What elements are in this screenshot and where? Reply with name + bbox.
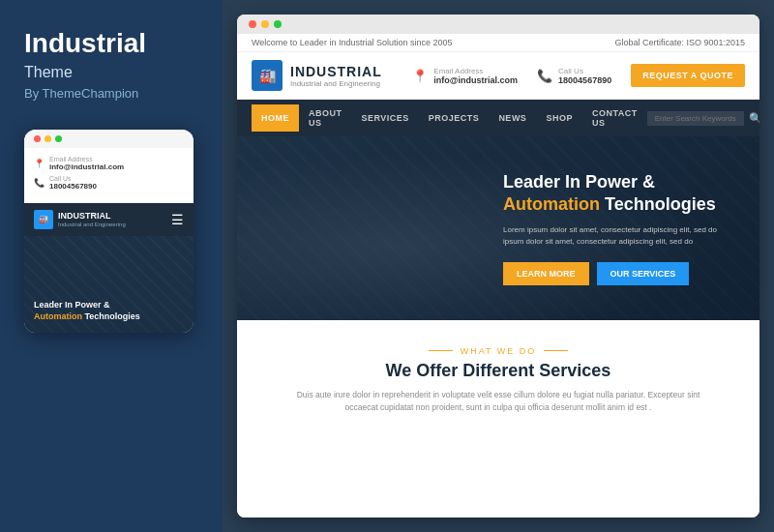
hero-rest: Technologies <box>600 194 716 214</box>
theme-title: Industrial <box>24 29 198 59</box>
desktop-phone-item: 📞 Call Us 18004567890 <box>537 67 611 85</box>
nav-item-contact[interactable]: CONTACT US <box>582 100 647 136</box>
quote-button[interactable]: REQUEST A QUOTE <box>631 64 745 87</box>
mobile-top-bar <box>24 130 194 148</box>
theme-subtitle: Theme <box>24 64 198 81</box>
mobile-nav-bar: 🏭 INDUSTRIAL Industrial and Engineering … <box>24 203 194 236</box>
desktop-phone-value: 18004567890 <box>558 75 611 85</box>
desktop-header: 🏭 INDUSTRIAL Industrial and Engineering … <box>237 52 759 100</box>
phone-icon: 📞 <box>34 178 45 188</box>
mobile-logo-area: 🏭 INDUSTRIAL Industrial and Engineering <box>34 210 126 229</box>
mobile-mockup: 📍 Email Address info@industrial.com 📞 Ca… <box>24 130 194 333</box>
mobile-hero-accent: Automation <box>34 311 82 321</box>
mobile-phone-label: Call Us <box>49 175 97 182</box>
desktop-logo-icon: 🏭 <box>252 60 283 91</box>
mobile-hero-rest: Technologies <box>82 311 140 321</box>
learn-more-button[interactable]: LEARN MORE <box>503 262 589 285</box>
mobile-email-label: Email Address <box>49 156 124 163</box>
hero-description: Lorem ipsum dolor sit amet, consectetur … <box>503 224 735 250</box>
desktop-nav: HOME ABOUT US SERVICES PROJECTS NEWS SHO… <box>237 100 759 136</box>
desktop-logo-tagline: Industrial and Engineering <box>290 79 382 88</box>
pin-icon: 📍 <box>34 159 45 168</box>
desktop-mockup: Welcome to Leader in Industrial Solution… <box>237 15 759 517</box>
desktop-phone-label: Call Us <box>558 67 611 75</box>
announce-left: Welcome to Leader in Industrial Solution… <box>252 38 452 47</box>
desktop-top-bar <box>237 15 759 34</box>
hero-accent: Automation <box>503 194 600 214</box>
desktop-contact-group: 📍 Email Address info@industrial.com 📞 Ca… <box>412 64 745 87</box>
mobile-hero: Leader In Power & Automation Technologie… <box>24 236 194 333</box>
desktop-email-value: info@industrial.com <box>433 75 518 85</box>
mobile-header-info: 📍 Email Address info@industrial.com 📞 Ca… <box>24 148 194 203</box>
email-pin-icon: 📍 <box>412 69 428 83</box>
desktop-hero: Leader In Power & Automation Technologie… <box>237 136 759 320</box>
nav-item-services[interactable]: SERVICES <box>352 104 419 132</box>
mobile-logo-name: INDUSTRIAL <box>58 211 126 222</box>
desktop-dot-green <box>274 20 282 28</box>
mobile-hero-text: Leader In Power & Automation Technologie… <box>34 299 140 323</box>
mobile-email-row: 📍 Email Address info@industrial.com <box>34 156 184 171</box>
hamburger-icon[interactable]: ☰ <box>171 212 184 227</box>
left-panel: Industrial Theme By ThemeChampion 📍 Emai… <box>0 0 223 532</box>
desktop-logo-area: 🏭 INDUSTRIAL Industrial and Engineering <box>252 60 382 91</box>
hero-title: Leader In Power & Automation Technologie… <box>503 171 735 217</box>
nav-item-about[interactable]: ABOUT US <box>299 100 352 136</box>
desktop-email-label: Email Address <box>433 67 518 75</box>
services-label: WHAT WE DO <box>429 346 569 356</box>
nav-item-projects[interactable]: PROJECTS <box>419 104 490 132</box>
desktop-logo-name: INDUSTRIAL <box>290 64 382 79</box>
search-icon[interactable]: 🔍 <box>749 112 759 125</box>
search-input[interactable] <box>647 111 744 126</box>
hero-content: Leader In Power & Automation Technologie… <box>503 171 759 285</box>
mobile-dot-green <box>55 135 62 142</box>
announce-right: Global Certificate: ISO 9001:2015 <box>614 38 745 47</box>
mobile-dot-red <box>34 135 41 142</box>
services-title: We Offer Different Services <box>256 361 740 381</box>
mobile-logo-icon: 🏭 <box>34 210 53 229</box>
nav-search: 🔍 <box>647 111 759 126</box>
hero-line1: Leader In Power & <box>503 172 655 192</box>
mobile-email-value: info@industrial.com <box>49 163 124 171</box>
right-panel: Welcome to Leader in Industrial Solution… <box>223 0 774 532</box>
desktop-dot-red <box>249 20 256 28</box>
services-section: WHAT WE DO We Offer Different Services D… <box>237 320 759 517</box>
mobile-dot-yellow <box>45 135 51 142</box>
mobile-phone-row: 📞 Call Us 18004567890 <box>34 175 184 191</box>
mobile-hero-line1: Leader In Power & <box>34 300 110 310</box>
desktop-phone-icon: 📞 <box>537 69 552 83</box>
nav-item-home[interactable]: HOME <box>252 104 299 132</box>
announce-bar: Welcome to Leader in Industrial Solution… <box>237 34 759 52</box>
nav-item-shop[interactable]: SHOP <box>536 104 582 132</box>
hero-buttons: LEARN MORE OUR SERVICES <box>503 262 735 285</box>
nav-item-news[interactable]: NEWS <box>489 104 536 132</box>
our-services-button[interactable]: OUR SERVICES <box>597 262 690 285</box>
desktop-dot-yellow <box>261 20 269 28</box>
services-description: Duis aute irure dolor in reprehenderit i… <box>295 389 701 415</box>
mobile-logo-tagline: Industrial and Engineering <box>58 222 126 227</box>
nav-links: HOME ABOUT US SERVICES PROJECTS NEWS SHO… <box>252 100 647 136</box>
theme-author: By ThemeChampion <box>24 86 198 101</box>
desktop-email-item: 📍 Email Address info@industrial.com <box>412 67 518 85</box>
mobile-phone-value: 18004567890 <box>49 182 97 191</box>
